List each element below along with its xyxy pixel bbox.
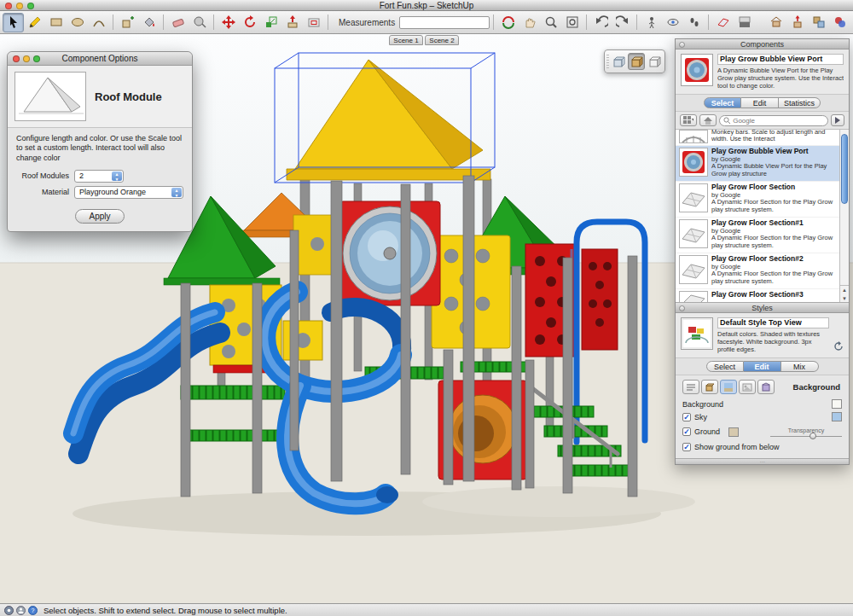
slider-knob[interactable] [809,433,816,439]
components-panel-title: Components [740,40,784,49]
eraser-tool-button[interactable] [167,13,189,32]
pan-tool-button[interactable] [519,13,540,32]
share-model-icon [791,15,804,29]
section-plane-button[interactable] [712,13,734,32]
in-model-button[interactable] [699,114,717,126]
styles-tab-edit[interactable]: Edit [744,361,781,372]
details-button[interactable] [831,114,844,126]
orbit-tool-button[interactable] [497,13,519,32]
sky-color-swatch[interactable] [832,412,842,421]
sky-row: ✓ Sky [682,410,842,423]
components-tab-statistics[interactable]: Statistics [779,97,821,108]
component-list-item[interactable]: Play Grow Floor Section#3 [676,289,849,303]
line-tool-button[interactable] [24,13,45,32]
previous-view-button[interactable] [590,13,612,32]
walk-tool-button[interactable] [683,13,705,32]
paint-bucket-button[interactable] [138,13,160,32]
roof-modules-dropdown[interactable]: 2 ▲▼ [74,170,124,183]
zoom-extents-button[interactable] [561,13,583,32]
push-pull-button[interactable] [281,13,303,32]
panel-collapse-button[interactable] [679,305,685,311]
styles-panel-header[interactable]: Styles [676,303,849,313]
background-settings-button[interactable] [720,380,737,394]
edge-settings-button[interactable] [682,380,699,394]
collections-dropdown-button[interactable] [680,114,697,126]
position-camera-button[interactable] [641,13,662,32]
component-list-item[interactable]: Monkey bars. Scale to adjust length and … [676,130,849,146]
roof-modules-label: Roof Modules [15,171,69,180]
components-panel-header[interactable]: Components [676,39,849,49]
zoom-tool-button[interactable] [540,13,561,32]
move-icon [222,15,235,29]
xray-mode-button[interactable] [610,53,626,70]
slider-track[interactable] [770,436,842,437]
circle-tool-button[interactable] [67,13,88,32]
apply-button[interactable]: Apply [75,209,125,224]
styles-window-button[interactable] [829,13,850,32]
dialog-zoom-button[interactable] [33,55,40,62]
zoom-extents-icon [566,15,579,29]
scale-tool-button[interactable] [260,13,281,32]
monochrome-mode-button[interactable] [647,53,663,70]
share-model-button[interactable] [786,13,808,32]
offset-tool-button[interactable] [303,13,324,32]
components-window-button[interactable] [808,13,829,32]
eraser-icon [171,15,185,29]
update-style-button[interactable] [833,341,844,353]
geolocation-icon[interactable] [4,606,14,615]
next-view-button[interactable] [612,13,633,32]
shaded-textures-button[interactable] [628,53,644,70]
component-list-scrollbar[interactable]: ▲▼ [839,130,849,302]
rectangle-tool-button[interactable] [45,13,67,32]
search-input[interactable] [733,117,824,125]
title-bar[interactable]: Fort Fun.skp – SketchUp [0,0,853,11]
styles-tab-select[interactable]: Select [706,361,744,372]
get-models-button[interactable] [765,13,786,32]
watermark-settings-button[interactable] [739,380,756,394]
select-tool-button[interactable] [3,13,24,32]
material-dropdown[interactable]: Playground Orange ▲▼ [74,186,183,199]
dialog-minimize-button[interactable] [23,55,30,62]
tape-measure-button[interactable] [189,13,210,32]
scrollbar-arrows[interactable]: ▲▼ [840,285,849,302]
help-icon[interactable]: ? [28,606,38,615]
shadows-button[interactable] [734,13,755,32]
styles-tab-mix[interactable]: Mix [781,361,819,372]
ground-checkbox[interactable]: ✓ [682,427,691,436]
components-tab-select[interactable]: Select [704,97,741,108]
component-list-item[interactable]: Play Grow Floor Section by Google A Dyna… [676,182,849,218]
modeling-settings-button[interactable] [757,380,775,394]
face-style-palette [604,49,665,73]
scene-tab-1[interactable]: Scene 1 [389,35,423,45]
dialog-title-bar[interactable]: Component Options [8,52,192,66]
component-list-item[interactable]: Play Grow Floor Section#2 by Google A Dy… [676,253,849,289]
transparency-slider[interactable]: Transparency [770,427,842,437]
panel-collapse-button[interactable] [679,42,685,48]
panel-resize-grip[interactable]: ⋯ [676,458,849,464]
measurements-input[interactable] [399,16,490,29]
arc-tool-button[interactable] [88,13,109,32]
main-toolbar: Measurements [0,11,853,34]
style-name-field[interactable]: Default Style Top View [717,317,829,328]
look-around-button[interactable] [662,13,683,32]
component-list-item-selected[interactable]: Play Grow Bubble View Port by Google A D… [676,146,849,182]
move-tool-button[interactable] [218,13,239,32]
rotate-tool-button[interactable] [239,13,260,32]
face-settings-button[interactable] [701,380,718,394]
components-tab-edit[interactable]: Edit [741,97,779,108]
credits-icon[interactable] [16,606,26,615]
dialog-close-button[interactable] [13,55,20,62]
show-ground-checkbox[interactable]: ✓ [682,443,691,451]
ground-color-swatch[interactable] [728,427,739,437]
make-component-button[interactable] [117,13,138,32]
components-preview: Play Grow Bubble View Port A Dynamic Bub… [676,49,849,95]
scrollbar-thumb[interactable] [841,134,848,204]
background-section-label: Background [776,382,842,392]
sky-checkbox[interactable]: ✓ [682,413,691,421]
component-search-field[interactable] [719,115,828,126]
background-color-swatch[interactable] [832,399,842,409]
component-description: A Dynamic Floor Section for the Play Gro… [711,235,837,249]
scene-tab-2[interactable]: Scene 2 [425,35,459,45]
palette-grip[interactable] [606,55,609,70]
component-list-item[interactable]: Play Grow Floor Section#1 by Google A Dy… [676,218,849,253]
